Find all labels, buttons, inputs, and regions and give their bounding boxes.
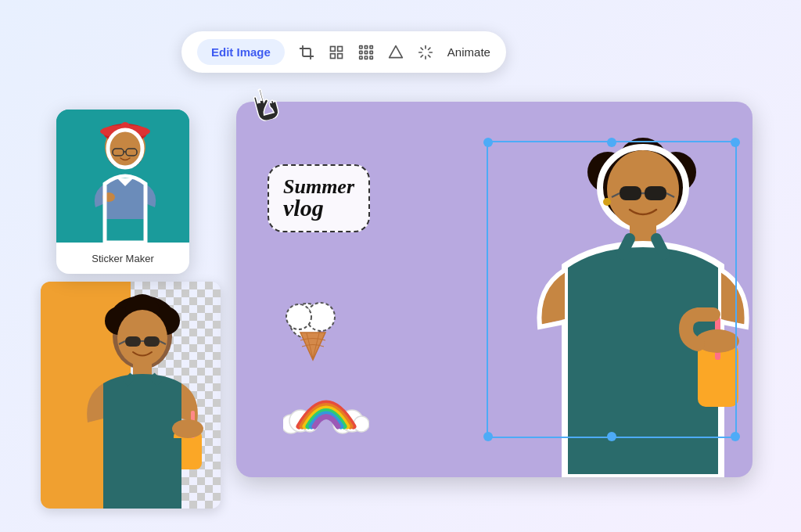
svg-point-41	[172, 419, 203, 438]
toolbar: Edit Image	[181, 31, 506, 73]
sticker-card-image	[56, 110, 189, 243]
svg-rect-12	[370, 56, 372, 59]
svg-point-44	[286, 304, 311, 329]
grid-icon[interactable]	[329, 45, 344, 60]
svg-rect-8	[365, 51, 367, 53]
crop-icon[interactable]	[299, 45, 314, 60]
summer-vlog-sticker: Summer vlog	[268, 164, 370, 232]
scene: Edit Image	[25, 16, 776, 516]
svg-rect-3	[338, 53, 343, 58]
selection-handle-bottom-left[interactable]	[483, 432, 493, 441]
mosaic-icon[interactable]	[358, 45, 374, 60]
svg-rect-11	[365, 56, 367, 59]
svg-point-52	[354, 416, 369, 432]
selection-handle-top-left[interactable]	[483, 138, 493, 147]
svg-rect-9	[370, 51, 372, 53]
selection-handle-top-center[interactable]	[607, 138, 616, 147]
canvas-content: Summer vlog	[236, 102, 753, 477]
svg-rect-32	[125, 336, 141, 347]
svg-rect-4	[360, 45, 362, 48]
sticker-text-inner: Summer vlog	[268, 164, 370, 232]
svg-rect-6	[370, 45, 372, 48]
svg-marker-13	[390, 45, 403, 57]
selection-box[interactable]	[487, 141, 737, 438]
bg-removed-person-svg	[41, 282, 221, 509]
rainbow-sticker	[283, 368, 369, 444]
sparkle-icon[interactable]	[418, 45, 433, 60]
svg-rect-5	[365, 45, 367, 48]
selection-handle-bottom-right[interactable]	[731, 432, 740, 441]
svg-rect-2	[330, 53, 335, 58]
triangle-icon[interactable]	[388, 45, 404, 60]
sticker-maker-card: Sticker Maker	[56, 110, 189, 274]
edit-image-button[interactable]: Edit Image	[197, 39, 285, 65]
svg-rect-33	[144, 336, 160, 347]
selection-handle-bottom-center[interactable]	[607, 432, 616, 441]
selection-handle-top-right[interactable]	[731, 138, 740, 147]
animate-button[interactable]: Animate	[447, 45, 490, 59]
icecream-sticker	[283, 297, 346, 377]
sticker-card-label: Sticker Maker	[56, 243, 189, 274]
svg-point-31	[117, 310, 167, 366]
bg-removed-image	[41, 282, 221, 509]
sticker-woman-svg	[56, 110, 189, 243]
svg-rect-7	[360, 51, 362, 53]
svg-rect-1	[338, 46, 343, 51]
svg-rect-10	[360, 56, 362, 59]
main-canvas[interactable]: Summer vlog	[236, 102, 753, 477]
svg-rect-0	[330, 46, 335, 51]
